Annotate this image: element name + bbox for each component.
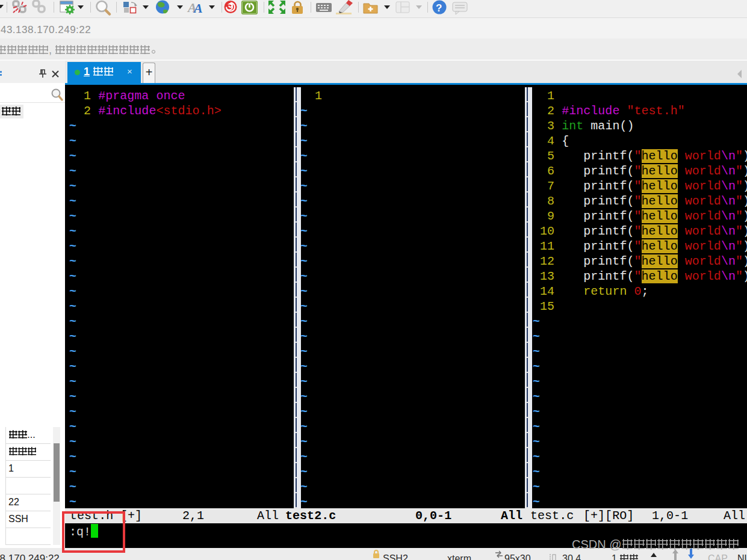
svg-text:A: A xyxy=(193,1,203,16)
svg-text:?: ? xyxy=(436,2,442,14)
